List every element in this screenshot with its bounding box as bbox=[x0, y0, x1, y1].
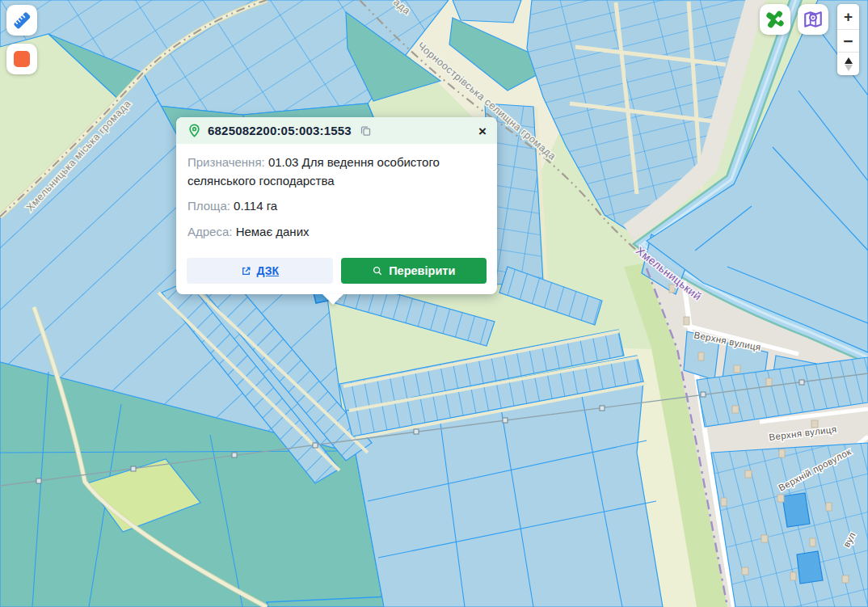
verify-button[interactable]: Перевірити bbox=[341, 258, 487, 284]
field-address: Адреса: Немає даних bbox=[188, 223, 486, 242]
parcel bbox=[453, 0, 521, 23]
dzk-link-button[interactable]: ДЗК bbox=[187, 258, 333, 284]
map-pin-icon bbox=[803, 9, 824, 30]
compass-south-icon bbox=[845, 65, 853, 71]
search-icon bbox=[372, 265, 383, 276]
parcel-id: 6825082200:05:003:1553 bbox=[208, 124, 352, 137]
field-label: Адреса: bbox=[188, 225, 232, 238]
location-pin-icon bbox=[188, 124, 201, 137]
popup-actions: ДЗК Перевірити bbox=[176, 251, 497, 294]
popup-header: 6825082200:05:003:1553 × bbox=[176, 117, 497, 144]
compass-reset-button[interactable] bbox=[837, 53, 859, 75]
field-area: Площа: 0.114 га bbox=[188, 197, 486, 216]
dzk-label: ДЗК bbox=[257, 264, 279, 277]
external-link-icon bbox=[241, 266, 251, 276]
green-puzzle-icon bbox=[765, 9, 786, 30]
field-label: Площа: bbox=[188, 199, 230, 213]
copy-icon[interactable] bbox=[360, 124, 372, 137]
layers-toggle-button[interactable] bbox=[760, 4, 790, 35]
zoom-control: + − bbox=[837, 4, 859, 75]
orange-square-icon bbox=[14, 51, 30, 67]
field-label: Призначення: bbox=[188, 155, 265, 169]
field-value: 0.114 га bbox=[234, 199, 277, 213]
zoom-in-button[interactable]: + bbox=[837, 4, 859, 29]
basemap-button[interactable] bbox=[798, 4, 828, 35]
measure-tool-button[interactable] bbox=[6, 5, 37, 36]
parcel-info-popup: 6825082200:05:003:1553 × Призначення: 01… bbox=[176, 117, 497, 294]
ruler-icon bbox=[12, 11, 32, 30]
compass-north-icon bbox=[845, 57, 853, 64]
field-purpose: Призначення: 01.03 Для ведення особистог… bbox=[188, 154, 486, 190]
field-value: Немає даних bbox=[236, 225, 310, 238]
verify-label: Перевірити bbox=[389, 264, 455, 277]
map-canvas[interactable]: Хмельницька міська громада Чорноострівсь… bbox=[0, 0, 868, 607]
popup-close-button[interactable]: × bbox=[476, 122, 489, 141]
popup-pointer bbox=[322, 294, 343, 305]
popup-body: Призначення: 01.03 Для ведення особистог… bbox=[176, 144, 497, 251]
zoom-out-button[interactable]: − bbox=[837, 30, 859, 52]
draw-rectangle-tool-button[interactable] bbox=[6, 44, 37, 74]
map-stage: Хмельницька міська громада Чорноострівсь… bbox=[0, 0, 868, 607]
